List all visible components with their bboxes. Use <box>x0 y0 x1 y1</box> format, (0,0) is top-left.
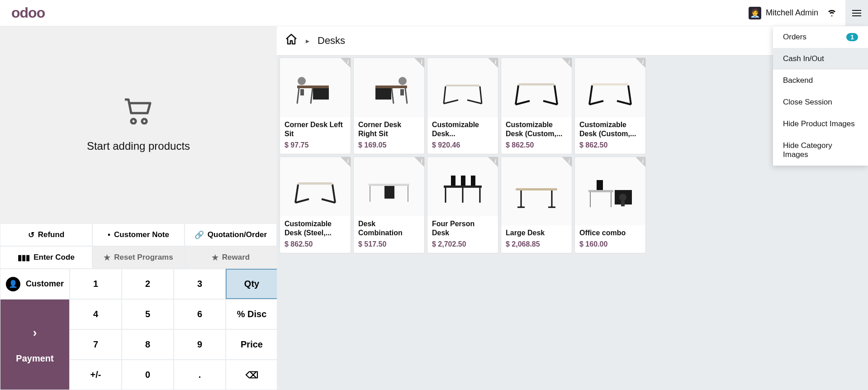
info-corner[interactable] <box>562 58 572 68</box>
enter-code-button[interactable]: ▮▮▮Enter Code <box>0 246 92 269</box>
logo[interactable]: odoo <box>11 5 45 21</box>
menu-orders[interactable]: Orders 1 <box>773 26 868 48</box>
barcode-icon: ▮▮▮ <box>18 253 30 262</box>
info-icon[interactable]: i <box>569 59 570 66</box>
numpad-6[interactable]: 6 <box>174 299 226 329</box>
menu-hide-product-images[interactable]: Hide Product Images <box>773 113 868 135</box>
svg-rect-37 <box>451 176 455 185</box>
link-icon: 🔗 <box>194 230 204 240</box>
wifi-icon[interactable] <box>826 7 837 19</box>
svg-rect-33 <box>384 186 394 199</box>
numpad-1[interactable]: 1 <box>70 269 122 299</box>
info-icon[interactable]: i <box>347 59 349 66</box>
product-card[interactable]: iCustomizable Desk (Custom,...$ 862.50 <box>501 57 572 154</box>
info-corner[interactable] <box>636 58 645 68</box>
numpad-dot[interactable]: . <box>174 360 226 390</box>
product-card[interactable]: iFour Person Desk$ 2,702.50 <box>427 157 498 253</box>
numpad-8[interactable]: 8 <box>122 329 174 360</box>
product-card[interactable]: iCorner Desk Right Sit$ 169.05 <box>353 57 425 154</box>
svg-line-25 <box>589 101 603 105</box>
svg-rect-1 <box>313 88 329 100</box>
product-card[interactable]: iCustomizable Desk (Steel,...$ 862.50 <box>280 157 351 253</box>
info-corner[interactable] <box>562 157 572 167</box>
svg-line-14 <box>480 86 482 104</box>
product-card[interactable]: iOffice combo$ 160.00 <box>574 157 646 253</box>
product-card[interactable]: iCustomizable Desk...$ 920.46 <box>427 57 498 154</box>
info-icon[interactable]: i <box>495 59 496 66</box>
payment-button[interactable]: › Payment <box>0 299 70 390</box>
numpad-3[interactable]: 3 <box>174 269 226 299</box>
product-card[interactable]: iCustomizable Desk (Custom,...$ 862.50 <box>574 57 646 154</box>
info-icon[interactable]: i <box>421 59 422 66</box>
numpad-0[interactable]: 0 <box>122 360 174 390</box>
info-corner[interactable] <box>636 157 645 167</box>
svg-point-53 <box>619 194 626 201</box>
refund-button[interactable]: ↺Refund <box>0 224 92 246</box>
product-card[interactable]: iCorner Desk Left Sit$ 97.75 <box>280 57 351 154</box>
svg-marker-27 <box>296 182 334 185</box>
product-price: $ 862.50 <box>506 141 567 149</box>
product-name: Large Desk <box>506 228 567 238</box>
user-button[interactable]: 🧑‍💼 Mitchell Admin <box>749 7 818 19</box>
svg-line-28 <box>295 185 298 203</box>
numpad-4[interactable]: 4 <box>70 299 122 329</box>
plusminus-button[interactable]: +/- <box>70 360 122 390</box>
reset-programs-button[interactable]: ★Reset Programs <box>92 246 185 269</box>
info-corner[interactable] <box>488 58 498 68</box>
info-corner[interactable] <box>341 157 351 167</box>
customer-button[interactable]: 👤Customer <box>0 269 70 299</box>
disc-button[interactable]: % Disc <box>226 299 278 329</box>
quotation-button[interactable]: 🔗Quotation/Order <box>185 224 277 246</box>
numpad-2[interactable]: 2 <box>122 269 174 299</box>
info-icon[interactable]: i <box>421 158 422 165</box>
numpad-7[interactable]: 7 <box>70 329 122 360</box>
info-icon[interactable]: i <box>642 158 644 165</box>
menu-backend[interactable]: Backend <box>773 70 868 91</box>
product-image <box>354 58 424 117</box>
info-corner[interactable] <box>414 157 424 167</box>
qty-button[interactable]: Qty <box>226 269 278 299</box>
hamburger-menu-button[interactable] <box>845 0 868 26</box>
product-price: $ 2,068.85 <box>506 240 567 248</box>
product-name: Corner Desk Right Sit <box>358 120 420 138</box>
info-icon[interactable]: i <box>642 59 644 66</box>
menu-cash-in-out[interactable]: Cash In/Out <box>773 48 868 70</box>
cart-empty-text: Start adding products <box>87 140 190 152</box>
info-icon[interactable]: i <box>569 158 570 165</box>
product-card[interactable]: iDesk Combination$ 517.50 <box>353 157 425 253</box>
numpad-9[interactable]: 9 <box>174 329 226 360</box>
numpad-5[interactable]: 5 <box>122 299 174 329</box>
info-icon[interactable]: i <box>495 158 496 165</box>
product-price: $ 517.50 <box>358 240 420 248</box>
svg-line-30 <box>295 199 309 203</box>
cart-area: Start adding products <box>0 26 277 224</box>
price-button[interactable]: Price <box>226 329 278 360</box>
info-icon[interactable]: i <box>347 158 349 165</box>
info-corner[interactable] <box>341 58 351 68</box>
product-image <box>501 157 572 225</box>
breadcrumb-separator: ▸ <box>306 37 309 45</box>
info-corner[interactable] <box>414 58 424 68</box>
backspace-button[interactable]: ⌫ <box>226 360 278 390</box>
reward-button[interactable]: ★Reward <box>185 246 277 269</box>
action-row-1: ↺Refund ▪Customer Note 🔗Quotation/Order <box>0 224 277 246</box>
product-image <box>575 58 645 117</box>
product-card[interactable]: iLarge Desk$ 2,068.85 <box>501 157 572 253</box>
svg-marker-12 <box>445 85 481 86</box>
hamburger-dropdown: Orders 1 Cash In/Out Backend Close Sessi… <box>773 26 868 166</box>
product-name: Four Person Desk <box>432 219 493 238</box>
product-name: Customizable Desk... <box>432 120 493 138</box>
info-corner[interactable] <box>488 157 498 167</box>
left-panel: Start adding products ↺Refund ▪Customer … <box>0 26 277 390</box>
home-icon[interactable] <box>285 33 298 48</box>
customer-note-button[interactable]: ▪Customer Note <box>92 224 185 246</box>
product-price: $ 862.50 <box>285 240 346 248</box>
note-icon: ▪ <box>108 230 110 239</box>
numeric-grid: 👤Customer 1 2 3 Qty › Payment 4 5 6 % Di… <box>0 269 277 390</box>
svg-rect-0 <box>297 86 329 88</box>
product-price: $ 862.50 <box>579 141 641 149</box>
product-price: $ 97.75 <box>285 141 346 149</box>
menu-hide-category-images[interactable]: Hide Category Images <box>773 135 868 166</box>
menu-close-session[interactable]: Close Session <box>773 91 868 113</box>
breadcrumb-category[interactable]: Desks <box>318 35 345 47</box>
